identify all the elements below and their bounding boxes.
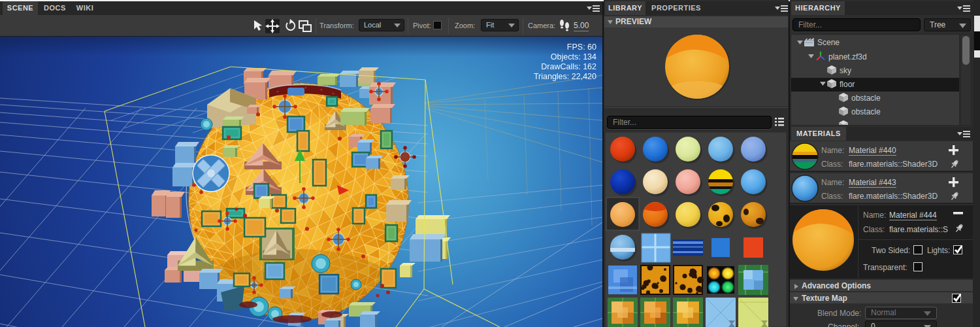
svg-text:DrawCalls: 162: DrawCalls: 162 [541,62,596,71]
svg-text:Objects: 134: Objects: 134 [551,52,596,61]
svg-text:Triangles: 22,420: Triangles: 22,420 [534,72,596,81]
svg-text:FPS: 60: FPS: 60 [567,43,596,52]
